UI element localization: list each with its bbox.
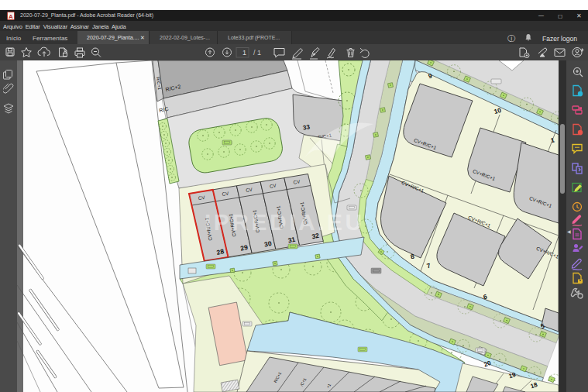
svg-text:1: 1 <box>242 49 246 57</box>
svg-text:/ 1: / 1 <box>253 49 261 57</box>
svg-text:IPREDIA.EU: IPREDIA.EU <box>205 209 365 235</box>
svg-text:A: A <box>9 13 13 20</box>
